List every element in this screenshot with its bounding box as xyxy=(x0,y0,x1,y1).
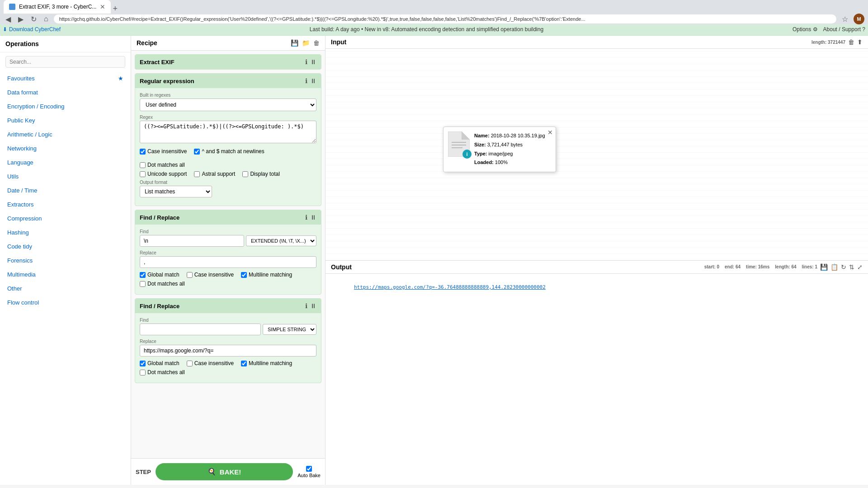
find-input-2[interactable] xyxy=(140,324,261,335)
case-insensitive-checkbox-2[interactable]: Case insensitive xyxy=(187,360,234,366)
tooltip-close-button[interactable]: ✕ xyxy=(547,129,553,136)
input-content[interactable] xyxy=(326,49,868,260)
sidebar-item-utils[interactable]: Utils xyxy=(0,169,131,183)
output-expand-button[interactable]: ⤢ xyxy=(857,263,863,271)
bookmark-button[interactable]: ☆ xyxy=(840,14,850,24)
caret-dollar-checkbox[interactable]: ^ and $ match at newlines xyxy=(194,148,264,155)
tooltip-size-value: 3,721,447 bytes xyxy=(487,142,523,147)
global-match-input-1[interactable] xyxy=(140,272,146,278)
op-find-replace-2-info-button[interactable]: ℹ xyxy=(305,302,307,310)
multiline-matching-checkbox-1[interactable]: Multiline matching xyxy=(241,272,292,278)
regex-type-select-2[interactable]: SIMPLE STRING xyxy=(263,324,316,335)
output-refresh-button[interactable]: ↻ xyxy=(841,263,846,271)
input-title: Input xyxy=(331,38,346,46)
find-row-2: SIMPLE STRING xyxy=(140,324,316,335)
op-find-replace-1-pause-button[interactable]: ⏸ xyxy=(310,214,316,221)
autobake-checkbox[interactable] xyxy=(306,466,312,472)
regex-input[interactable]: ((?><=GPSLatitude:).*$)|((?><=GPSLongitu… xyxy=(140,121,316,143)
search-input[interactable] xyxy=(5,56,125,68)
sidebar-item-hashing[interactable]: Hashing xyxy=(0,225,131,239)
dot-matches-all-checkbox-1[interactable]: Dot matches all xyxy=(140,281,185,287)
folder-button[interactable]: 📁 xyxy=(302,39,310,47)
sidebar-item-language[interactable]: Language xyxy=(0,155,131,169)
back-button[interactable]: ◀ xyxy=(4,14,13,24)
output-format-group: Output format List matches xyxy=(140,180,316,197)
op-find-replace-2-pause-button[interactable]: ⏸ xyxy=(310,302,316,310)
sidebar-item-favourites[interactable]: Favourites ★ xyxy=(0,71,131,85)
sidebar-item-flow-control[interactable]: Flow control xyxy=(0,296,131,310)
tooltip-type-label: Type: xyxy=(474,151,487,156)
display-total-checkbox[interactable]: Display total xyxy=(242,171,279,177)
sidebar-item-multimedia[interactable]: Multimedia xyxy=(0,267,131,282)
sidebar-item-data-format[interactable]: Data format xyxy=(0,85,131,99)
caret-dollar-input[interactable] xyxy=(194,149,200,155)
dot-matches-all-checkbox1[interactable]: Dot matches all xyxy=(140,162,185,168)
replace-label-1: Replace xyxy=(140,250,316,255)
input-upload-button[interactable]: ⬆ xyxy=(857,38,863,46)
global-match-input-2[interactable] xyxy=(140,361,146,366)
options-label: Options xyxy=(793,26,811,33)
global-match-checkbox-2[interactable]: Global match xyxy=(140,360,179,366)
global-match-checkbox-1[interactable]: Global match xyxy=(140,272,179,278)
case-insensitive-checkbox-1[interactable]: Case insensitive xyxy=(187,272,234,278)
op-extract-exif-info-button[interactable]: ℹ xyxy=(305,58,307,66)
multiline-matching-input-2[interactable] xyxy=(241,361,247,366)
display-total-input[interactable] xyxy=(242,171,248,177)
sidebar-item-code-tidy[interactable]: Code tidy xyxy=(0,239,131,253)
about-link[interactable]: About / Support ? xyxy=(823,26,865,33)
forward-button[interactable]: ▶ xyxy=(16,14,25,24)
output-format-select[interactable]: List matches xyxy=(140,186,212,197)
case-insensitive-input-2[interactable] xyxy=(187,361,193,366)
sidebar-item-public-key[interactable]: Public Key xyxy=(0,113,131,127)
avatar[interactable]: M xyxy=(854,14,864,24)
download-link[interactable]: ⬇ Download CyberChef xyxy=(3,26,61,33)
dot-matches-all-checkbox-2[interactable]: Dot matches all xyxy=(140,369,185,375)
bake-button[interactable]: 🍳 BAKE! xyxy=(156,463,293,480)
active-tab[interactable]: Extract EXIF, 3 more - CyberC... ✕ xyxy=(4,0,111,14)
built-in-regexes-select[interactable]: User defined xyxy=(140,99,316,111)
multiline-matching-input-1[interactable] xyxy=(241,272,247,278)
output-copy-button[interactable]: 📋 xyxy=(830,263,838,271)
output-save-button[interactable]: 💾 xyxy=(820,263,828,271)
astral-support-checkbox[interactable]: Astral support xyxy=(194,171,235,177)
output-swap-button[interactable]: ⇅ xyxy=(849,263,854,271)
dot-matches-all-input-1[interactable] xyxy=(140,281,146,287)
save-button[interactable]: 💾 xyxy=(291,39,298,47)
url-bar[interactable] xyxy=(54,14,836,23)
op-regex-info-button[interactable]: ℹ xyxy=(305,77,307,84)
unicode-support-input[interactable] xyxy=(140,171,146,177)
multiline-matching-checkbox-2[interactable]: Multiline matching xyxy=(241,360,292,366)
find-input-1[interactable] xyxy=(140,235,244,247)
output-link[interactable]: https://maps.google.com/?q=-36.764888888… xyxy=(354,284,546,290)
dot-matches-all-input-2[interactable] xyxy=(140,370,146,375)
options-link[interactable]: Options ⚙ xyxy=(793,26,818,33)
new-tab-button[interactable]: + xyxy=(113,4,118,14)
sidebar-item-forensics[interactable]: Forensics xyxy=(0,253,131,267)
find-group-2: Find SIMPLE STRING xyxy=(140,318,316,335)
op-find-replace-1-info-button[interactable]: ℹ xyxy=(305,214,307,221)
sidebar-item-arithmetic-logic[interactable]: Arithmetic / Logic xyxy=(0,127,131,141)
sidebar-item-extractors[interactable]: Extractors xyxy=(0,197,131,211)
unicode-support-checkbox[interactable]: Unicode support xyxy=(140,171,187,177)
home-button[interactable]: ⌂ xyxy=(42,14,50,24)
sidebar-item-date-time[interactable]: Date / Time xyxy=(0,183,131,197)
tooltip-loaded-value: 100% xyxy=(495,160,508,165)
sidebar-item-networking[interactable]: Networking xyxy=(0,141,131,155)
replace-input-1[interactable] xyxy=(140,256,316,268)
tab-close-icon[interactable]: ✕ xyxy=(100,3,105,10)
op-extract-exif-pause-button[interactable]: ⏸ xyxy=(310,58,316,66)
dot-matches-all-input1[interactable] xyxy=(140,162,146,168)
refresh-button[interactable]: ↻ xyxy=(29,14,38,24)
sidebar-item-compression[interactable]: Compression xyxy=(0,211,131,225)
astral-support-input[interactable] xyxy=(194,171,200,177)
case-insensitive-input[interactable] xyxy=(140,149,146,155)
case-insensitive-input-1[interactable] xyxy=(187,272,193,278)
replace-input-2[interactable] xyxy=(140,345,316,357)
sidebar-item-encryption-encoding[interactable]: Encryption / Encoding xyxy=(0,99,131,113)
case-insensitive-checkbox[interactable]: Case insensitive xyxy=(140,148,187,155)
op-regex-pause-button[interactable]: ⏸ xyxy=(310,77,316,84)
clear-button[interactable]: 🗑 xyxy=(313,39,320,47)
input-clear-button[interactable]: 🗑 xyxy=(848,38,854,46)
regex-type-select-1[interactable]: EXTENDED (\N, \T, \X...) xyxy=(246,235,316,246)
sidebar-item-other[interactable]: Other xyxy=(0,282,131,296)
